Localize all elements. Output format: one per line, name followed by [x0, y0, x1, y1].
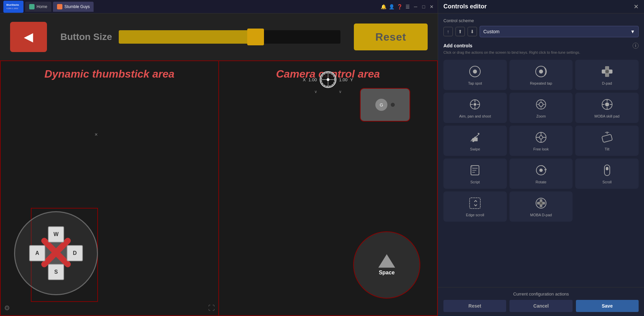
control-moba-skill-pad[interactable]: MOBA skill pad: [575, 93, 639, 123]
zoom-icon[interactable]: ⛶: [208, 304, 215, 312]
rotate-icon: [534, 163, 548, 178]
dpad-key-d[interactable]: D: [67, 245, 83, 261]
control-tap-spot[interactable]: Tap spot: [443, 60, 507, 90]
controls-panel: Controls editor ✕ Control scheme ↑ ⬆ ⬇ C…: [438, 0, 644, 316]
x-marker: ×: [95, 132, 98, 138]
button-dot: [391, 103, 395, 107]
controls-grid: Tap spot Repeated tap: [443, 60, 639, 222]
svg-rect-32: [472, 138, 474, 142]
moba-icon: [600, 97, 614, 112]
scheme-row: ↑ ⬆ ⬇ Custom ▼: [443, 26, 639, 37]
control-script[interactable]: >_ Script: [443, 159, 507, 189]
free-look-label: Free look: [533, 147, 549, 151]
panel-title: Controls editor: [443, 3, 487, 10]
control-scroll[interactable]: Scroll: [575, 159, 639, 189]
control-repeated-tap[interactable]: Repeated tap: [509, 60, 573, 90]
svg-point-36: [539, 136, 543, 139]
add-controls-section: Add controls i Click or drag the actions…: [443, 43, 639, 55]
swipe-icon: [468, 130, 482, 145]
settings-icon[interactable]: ⚙: [4, 304, 10, 312]
rotate-label: Rotate: [536, 180, 546, 184]
svg-rect-41: [602, 134, 612, 143]
repeated-tap-icon: [534, 64, 548, 79]
reset-button[interactable]: Reset: [354, 24, 428, 50]
game-button-g[interactable]: G: [360, 88, 410, 122]
svg-rect-34: [476, 137, 478, 141]
svg-point-23: [474, 103, 476, 106]
aim-label: Aim, pan and shoot: [459, 114, 491, 119]
user-icon[interactable]: 👤: [389, 4, 394, 9]
panel-content: Control scheme ↑ ⬆ ⬇ Custom ▼ Add contro…: [438, 13, 644, 287]
game-zones: Dynamic thumbstick area ×: [0, 60, 438, 316]
y-value: 1.00: [339, 77, 347, 82]
scheme-export-icon[interactable]: ⬆: [455, 27, 465, 36]
footer-cancel-button[interactable]: Cancel: [509, 300, 572, 312]
scroll-label: Scroll: [602, 180, 612, 184]
dpad-key-w[interactable]: W: [48, 226, 64, 242]
slider-thumb[interactable]: [247, 29, 264, 45]
svg-rect-51: [606, 167, 608, 170]
menu-icon[interactable]: ☰: [405, 4, 410, 9]
footer-save-button[interactable]: Save: [576, 300, 639, 312]
y-label: Y: [350, 77, 353, 82]
minimize-button[interactable]: ─: [413, 4, 418, 9]
moba-dpad-icon: [534, 196, 548, 211]
bell-icon[interactable]: 🔔: [381, 4, 386, 9]
scheme-share-icon[interactable]: ⬇: [468, 27, 477, 36]
aim-icon: [468, 97, 482, 112]
tap-spot-icon: [468, 64, 482, 79]
dpad-icon: [600, 64, 614, 79]
control-rotate[interactable]: Rotate: [509, 159, 573, 189]
dpad-container[interactable]: W S A D: [14, 211, 98, 295]
space-triangle-icon: [378, 254, 395, 268]
dpad-key-s[interactable]: S: [48, 264, 64, 280]
control-edge-scroll[interactable]: Edge scroll: [443, 191, 507, 222]
svg-point-13: [539, 70, 543, 74]
footer-reset-button[interactable]: Reset: [443, 300, 506, 312]
current-config-label: Current configuration actions: [443, 291, 639, 297]
back-button[interactable]: ◀: [10, 22, 47, 52]
size-slider[interactable]: [119, 30, 340, 44]
window-controls: 🔔 👤 ❓ ☰ ─ □ ✕: [381, 4, 434, 9]
space-inner: Space: [378, 254, 395, 276]
dpad-key-a[interactable]: A: [29, 245, 45, 261]
dpad-label: D-pad: [602, 81, 612, 86]
control-tilt[interactable]: Tilt: [575, 126, 639, 156]
g-key: G: [375, 99, 387, 111]
maximize-button[interactable]: □: [421, 4, 426, 9]
scheme-dropdown[interactable]: Custom ▼: [480, 26, 639, 37]
scheme-icon-group: ↑ ⬆ ⬇: [443, 27, 477, 36]
edge-scroll-label: Edge scroll: [466, 213, 484, 217]
svg-text:4.280.1.1002: 4.280.1.1002: [6, 7, 18, 9]
tilt-label: Tilt: [605, 147, 609, 151]
panel-footer: Current configuration actions Reset Canc…: [438, 287, 644, 316]
crosshair-widget[interactable]: X 1.00 1.00 Y ∨: [303, 71, 353, 94]
control-scheme-label: Control scheme: [443, 18, 639, 23]
help-icon[interactable]: ❓: [397, 4, 402, 9]
svg-point-25: [539, 102, 543, 106]
scheme-import-icon[interactable]: ↑: [443, 27, 453, 36]
zoom-label: Zoom: [536, 114, 546, 119]
control-aim-pan-shoot[interactable]: Aim, pan and shoot: [443, 93, 507, 123]
control-swipe[interactable]: Swipe: [443, 126, 507, 156]
game-toolbar: ◀ Button Size Reset: [0, 13, 438, 60]
control-free-look[interactable]: Free look: [509, 126, 573, 156]
svg-rect-52: [470, 198, 480, 209]
moba-dpad-label: MOBA D-pad: [530, 213, 552, 217]
add-controls-info-icon[interactable]: i: [633, 43, 639, 49]
close-button[interactable]: ✕: [429, 4, 434, 9]
space-button[interactable]: Space: [353, 231, 420, 299]
scroll-icon: [600, 163, 614, 178]
title-bar: BlueStacks 4.280.1.1002 Home Stumble Guy…: [0, 0, 438, 13]
tab-home[interactable]: Home: [25, 2, 51, 12]
tab-stumble-guys[interactable]: Stumble Guys: [53, 2, 94, 12]
add-controls-title: Add controls: [443, 43, 472, 48]
dpad-outer: W S A D: [14, 211, 98, 295]
control-zoom[interactable]: Zoom: [509, 93, 573, 123]
footer-buttons: Reset Cancel Save: [443, 300, 639, 312]
panel-close-button[interactable]: ✕: [634, 3, 639, 10]
control-moba-dpad[interactable]: MOBA D-pad: [509, 191, 573, 222]
button-size-section: Button Size: [60, 30, 340, 44]
control-dpad[interactable]: D-pad: [575, 60, 639, 90]
svg-point-11: [473, 70, 477, 74]
